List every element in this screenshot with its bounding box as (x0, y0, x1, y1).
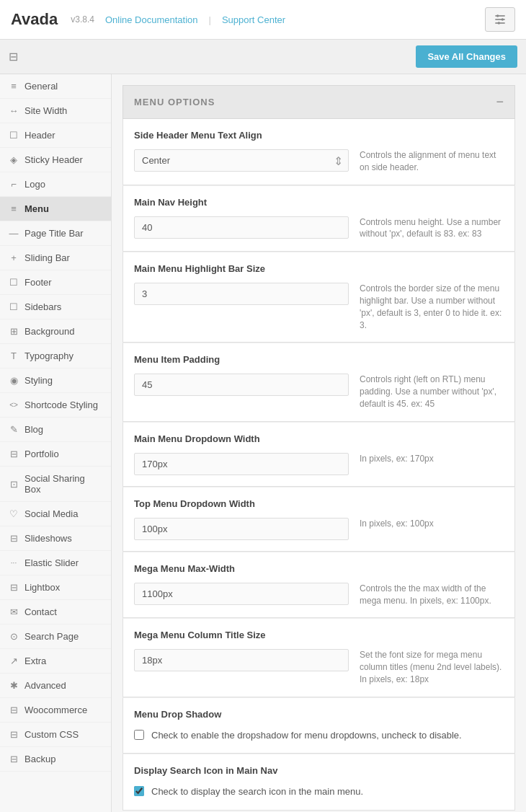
option-display-search-icon: Display Search Icon in Main Nav Check to… (122, 754, 515, 811)
sidebar-item-blog[interactable]: ✎ Blog (0, 418, 111, 442)
save-all-changes-button[interactable]: Save All Changes (416, 45, 517, 68)
search-page-icon: ⊙ (9, 631, 19, 642)
sidebar-label-logo: Logo (24, 179, 45, 190)
contact-icon: ✉ (9, 606, 19, 617)
content-area: MENU OPTIONS − Side Header Menu Text Ali… (112, 74, 526, 812)
sidebar-item-social-sharing-box[interactable]: ⊡ Social Sharing Box (0, 467, 111, 502)
sidebar-item-elastic-slider[interactable]: ··· Elastic Slider (0, 551, 111, 575)
option-top-menu-dropdown-width: Top Menu Dropdown Width In pixels, ex: 1… (122, 487, 515, 552)
option-label-mega-menu-max-width: Mega Menu Max-Width (134, 563, 504, 574)
sidebar-item-header[interactable]: ☐ Header (0, 123, 111, 148)
sidebar-item-slideshows[interactable]: ⊟ Slideshows (0, 526, 111, 551)
woocommerce-icon: ⊟ (9, 705, 19, 715)
sidebar-item-logo[interactable]: ⌐ Logo (0, 172, 111, 197)
option-desc-mega-menu-column-title-size: Set the font size for mega menu column t… (360, 649, 504, 685)
top-menu-dropdown-width-input[interactable] (134, 518, 349, 540)
sidebar-item-backup[interactable]: ⊟ Backup (0, 747, 111, 772)
sidebar-item-shortcode-styling[interactable]: <> Shortcode Styling (0, 393, 111, 418)
sidebar-item-lightbox[interactable]: ⊟ Lightbox (0, 575, 111, 600)
portfolio-icon: ⊟ (9, 449, 19, 459)
custom-css-icon: ⊟ (9, 729, 19, 740)
menu-drop-shadow-row: Check to enable the dropshadow for menu … (134, 728, 504, 743)
sidebar-item-contact[interactable]: ✉ Contact (0, 600, 111, 625)
general-icon: ≡ (9, 81, 19, 92)
sidebar-item-page-title-bar[interactable]: — Page Title Bar (0, 221, 111, 246)
mega-menu-column-title-size-input[interactable] (134, 649, 349, 671)
option-desc-top-menu-dropdown-width: In pixels, ex: 100px (360, 518, 504, 530)
sticky-header-icon: ◈ (9, 154, 19, 165)
sidebars-icon: ☐ (9, 301, 19, 312)
backup-icon: ⊟ (9, 754, 19, 764)
option-desc-mega-menu-max-width: Controls the the max width of the mega m… (360, 583, 504, 607)
sidebar-item-styling[interactable]: ◉ Styling (0, 369, 111, 393)
sidebar-item-site-width[interactable]: ↔ Site Width (0, 99, 111, 123)
sidebar-item-search-page[interactable]: ⊙ Search Page (0, 625, 111, 649)
option-label-top-menu-dropdown-width: Top Menu Dropdown Width (134, 498, 504, 509)
option-desc-menu-item-padding: Controls right (left on RTL) menu paddin… (360, 374, 504, 410)
sidebar-label-background: Background (24, 326, 74, 337)
sidebar-label-styling: Styling (24, 375, 53, 386)
sidebar-item-sticky-header[interactable]: ◈ Sticky Header (0, 148, 111, 172)
collapse-button[interactable]: − (496, 94, 504, 110)
sidebar-item-extra[interactable]: ↗ Extra (0, 649, 111, 674)
option-desc-main-nav-height: Controls menu height. Use a number witho… (360, 216, 504, 241)
sidebar-label-social-media: Social Media (24, 508, 78, 519)
sidebar-label-backup: Backup (24, 754, 55, 764)
logo: Avada (11, 10, 58, 29)
sidebar-item-footer[interactable]: ☐ Footer (0, 270, 111, 295)
typography-icon: T (9, 350, 19, 361)
sidebar-item-woocommerce[interactable]: ⊟ Woocommerce (0, 698, 111, 723)
separator: | (209, 14, 211, 25)
sliders-icon (493, 12, 507, 27)
sidebar-item-social-media[interactable]: ♡ Social Media (0, 502, 111, 526)
menu-icon: ≡ (9, 203, 19, 214)
option-menu-item-padding: Menu Item Padding Controls right (left o… (122, 343, 515, 421)
layout-icon[interactable]: ⊟ (9, 50, 18, 63)
shortcode-styling-icon: <> (9, 401, 19, 409)
sidebar-item-advanced[interactable]: ✱ Advanced (0, 674, 111, 698)
settings-icon-button[interactable] (485, 7, 515, 32)
menu-drop-shadow-checkbox[interactable] (134, 730, 144, 740)
site-width-icon: ↔ (9, 105, 19, 116)
extra-icon: ↗ (9, 656, 19, 666)
sidebar-label-lightbox: Lightbox (24, 582, 60, 593)
main-menu-highlight-bar-size-input[interactable] (134, 283, 349, 305)
support-link[interactable]: Support Center (222, 14, 285, 25)
slideshows-icon: ⊟ (9, 533, 19, 544)
sliding-bar-icon: + (9, 252, 19, 263)
sidebar-item-menu[interactable]: ≡ Menu (0, 197, 111, 221)
sidebar-label-social-sharing-box: Social Sharing Box (24, 473, 102, 495)
option-mega-menu-max-width: Mega Menu Max-Width Controls the the max… (122, 552, 515, 619)
sidebar-label-slideshows: Slideshows (24, 533, 72, 544)
main-nav-height-input[interactable] (134, 216, 349, 239)
sidebar-label-footer: Footer (24, 277, 52, 288)
elastic-slider-icon: ··· (9, 559, 19, 567)
sidebar-label-blog: Blog (24, 424, 43, 435)
sidebar-label-portfolio: Portfolio (24, 449, 59, 459)
side-header-menu-text-align-select[interactable]: Left Center Right (134, 149, 349, 172)
option-label-side-header-menu-text-align: Side Header Menu Text Align (134, 130, 504, 141)
header-icon: ☐ (9, 130, 19, 141)
sidebar-item-portfolio[interactable]: ⊟ Portfolio (0, 442, 111, 467)
mega-menu-max-width-input[interactable] (134, 583, 349, 605)
sidebar-label-sidebars: Sidebars (24, 301, 61, 312)
option-label-main-menu-highlight-bar-size: Main Menu Highlight Bar Size (134, 263, 504, 274)
option-main-menu-dropdown-width: Main Menu Dropdown Width In pixels, ex: … (122, 422, 515, 487)
sidebar-item-sidebars[interactable]: ☐ Sidebars (0, 295, 111, 319)
sidebar-item-sliding-bar[interactable]: + Sliding Bar (0, 246, 111, 270)
styling-icon: ◉ (9, 375, 19, 386)
advanced-icon: ✱ (9, 680, 19, 691)
main-menu-dropdown-width-input[interactable] (134, 453, 349, 475)
sidebar-item-general[interactable]: ≡ General (0, 74, 111, 99)
doc-link[interactable]: Online Documentation (105, 14, 198, 25)
sidebar-item-custom-css[interactable]: ⊟ Custom CSS (0, 723, 111, 747)
option-menu-drop-shadow: Menu Drop Shadow Check to enable the dro… (122, 697, 515, 754)
side-header-menu-text-align-select-wrapper: Left Center Right ⇕ (134, 149, 349, 172)
section-title: MENU OPTIONS (134, 97, 215, 107)
svg-point-3 (496, 14, 499, 17)
menu-item-padding-input[interactable] (134, 374, 349, 396)
display-search-icon-checkbox[interactable] (134, 786, 144, 796)
sidebar-item-background[interactable]: ⊞ Background (0, 319, 111, 344)
main-layout: ≡ General ↔ Site Width ☐ Header ◈ Sticky… (0, 74, 526, 812)
sidebar-item-typography[interactable]: T Typography (0, 344, 111, 369)
